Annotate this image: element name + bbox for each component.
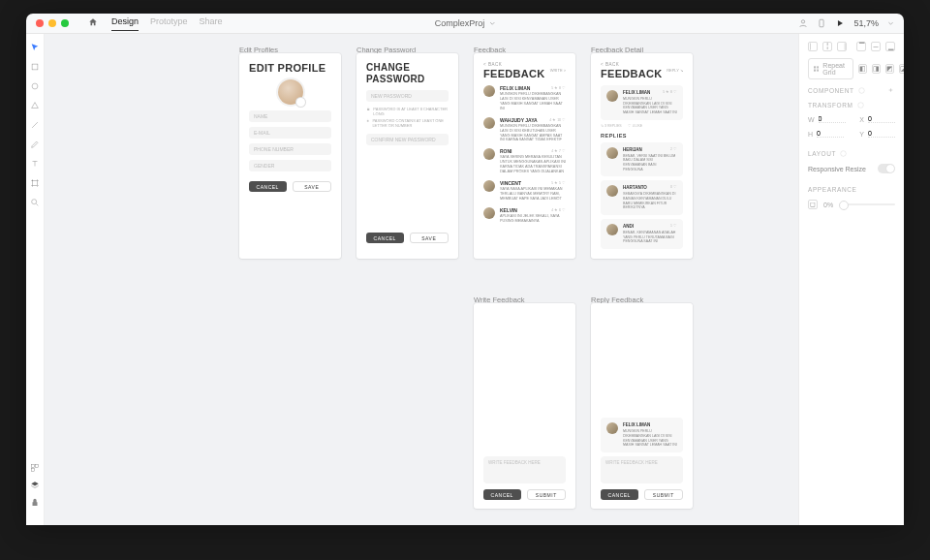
- rectangle-tool-icon[interactable]: [30, 62, 40, 72]
- svg-rect-10: [367, 120, 369, 121]
- back-link[interactable]: < BACK: [601, 62, 683, 67]
- reply-item[interactable]: HARTANTO0 ♡SEBAIKNYA DIKEMBANGKAN DI BAG…: [601, 180, 683, 215]
- canvas[interactable]: Edit Profiles EDIT PROFILE NAME E-MAIL P…: [45, 34, 798, 525]
- feedback-post[interactable]: WAHJUDY JAYA4 ★ 10 ♡MUNGKIN PERLU DIKEMB…: [483, 117, 566, 143]
- cancel-button[interactable]: CANCEL: [601, 489, 638, 500]
- hint-text: PASSWORD IS AT LEAST 8 CHARACTER LONG: [373, 107, 449, 116]
- phone-field[interactable]: PHONE NUMBER: [249, 143, 331, 155]
- write-link[interactable]: WRITE >: [550, 68, 566, 73]
- post-text: SAYA SERING MERASA KESULITAN UNTUK MENGG…: [500, 155, 566, 174]
- save-button[interactable]: SAVE: [293, 181, 332, 192]
- assets-icon[interactable]: [30, 463, 40, 473]
- tab-share[interactable]: Share: [200, 16, 223, 31]
- boolean-exclude-icon[interactable]: ◪: [899, 64, 904, 74]
- minimize-icon[interactable]: [48, 19, 56, 27]
- artboard-write-feedback[interactable]: WRITE FEEDBACK HERE CANCEL SUBMIT: [474, 303, 575, 509]
- align-top-icon[interactable]: ▔: [856, 42, 866, 51]
- close-icon[interactable]: [36, 19, 44, 27]
- info-icon[interactable]: [840, 150, 847, 157]
- reply-item[interactable]: ANDI1 ♡BENAR, KENYAMANAN ADALAH YANG PER…: [601, 219, 683, 249]
- boolean-intersect-icon[interactable]: ◩: [885, 64, 894, 74]
- tab-design[interactable]: Design: [111, 16, 139, 31]
- tab-prototype[interactable]: Prototype: [150, 16, 188, 31]
- feedback-post[interactable]: FELIX LIMAN5 ★ 8 ♡MUNGKIN PERLU DIKEMBAN…: [483, 85, 566, 111]
- align-center-h-icon[interactable]: ╎: [822, 42, 832, 51]
- artboard-edit-profile[interactable]: EDIT PROFILE NAME E-MAIL PHONE NUMBER GE…: [239, 53, 341, 259]
- submit-button[interactable]: SUBMIT: [527, 489, 567, 500]
- width-input[interactable]: [819, 115, 846, 123]
- reply-author: HERIJAN: [623, 147, 642, 152]
- align-bottom-icon[interactable]: ▁: [885, 42, 895, 51]
- chevron-down-icon[interactable]: [887, 20, 894, 27]
- save-button[interactable]: SAVE: [410, 233, 450, 243]
- cancel-button[interactable]: CANCEL: [483, 489, 521, 500]
- home-icon[interactable]: [88, 17, 98, 29]
- cancel-button[interactable]: CANCEL: [366, 233, 404, 243]
- select-tool-icon[interactable]: [30, 43, 40, 52]
- feedback-post[interactable]: VINCENT5 ★ 5 ♡SAYA RASA APLIKASI INI MEM…: [483, 180, 566, 202]
- x-input[interactable]: [868, 115, 895, 123]
- reply-textarea[interactable]: WRITE FEEDBACK HERE: [601, 456, 683, 483]
- artboard-feedback-detail[interactable]: < BACK FEEDBACK REPLY ↘ FELIX LIMAN5 ★ 8…: [591, 53, 693, 259]
- y-input[interactable]: [868, 130, 895, 138]
- project-title[interactable]: ComplexProj: [435, 18, 496, 28]
- artboard-change-password[interactable]: CHANGE PASSWORD NEW PASSWORD PASSWORD IS…: [356, 53, 458, 259]
- reply-text: BENAR, KENYAMANAN ADALAH YANG PERLU TERU…: [623, 231, 677, 244]
- gender-field[interactable]: GENDER: [249, 160, 331, 171]
- app-window: Design Prototype Share ComplexProj 51,7%: [26, 14, 904, 525]
- boolean-add-icon[interactable]: ◧: [858, 64, 867, 74]
- feedback-post[interactable]: RONI4 ★ 7 ♡SAYA SERING MERASA KESULITAN …: [483, 148, 566, 174]
- text-tool-icon[interactable]: [30, 159, 40, 169]
- page-title: FEEDBACK: [483, 68, 545, 79]
- post-meta: 4 ★ 6 ♡: [551, 207, 566, 213]
- cancel-button[interactable]: CANCEL: [249, 181, 287, 192]
- avatar-icon[interactable]: [798, 18, 808, 28]
- post-text: MUNGKIN PERLU DIKEMBANGKAN LAGI DI SISI …: [500, 92, 566, 111]
- add-icon[interactable]: ＋: [887, 86, 895, 95]
- polygon-tool-icon[interactable]: [30, 101, 40, 110]
- name-field[interactable]: NAME: [249, 110, 331, 122]
- page-title: CHANGE PASSWORD: [366, 62, 449, 84]
- mobile-icon[interactable]: [817, 18, 826, 28]
- submit-button[interactable]: SUBMIT: [644, 489, 684, 500]
- align-center-v-icon[interactable]: ─: [871, 42, 881, 51]
- email-field[interactable]: E-MAIL: [249, 127, 331, 139]
- responsive-toggle[interactable]: [878, 164, 895, 173]
- layers-icon[interactable]: [30, 481, 40, 490]
- zoom-tool-icon[interactable]: [30, 198, 40, 207]
- feedback-post[interactable]: KELVIN4 ★ 6 ♡APLIKASI INI JELEK SEKALI, …: [483, 207, 566, 224]
- artboard-feedback[interactable]: < BACK FEEDBACK WRITE > FELIX LIMAN5 ★ 8…: [474, 53, 575, 259]
- artboard-reply-feedback[interactable]: FELIX LIMAN MUNGKIN PERLU DIKEMBANGKAN L…: [591, 303, 693, 509]
- play-icon[interactable]: [835, 18, 845, 28]
- window-controls: [36, 19, 69, 27]
- reply-author: ANDI: [623, 224, 634, 229]
- confirm-password-field[interactable]: CONFIRM NEW PASSWORD: [366, 134, 449, 145]
- new-password-field[interactable]: NEW PASSWORD: [366, 90, 449, 102]
- feedback-textarea[interactable]: WRITE FEEDBACK HERE: [483, 456, 566, 483]
- plugins-icon[interactable]: [30, 498, 40, 508]
- artboard-tool-icon[interactable]: [30, 178, 40, 188]
- avatar: [483, 148, 495, 160]
- avatar[interactable]: [278, 79, 303, 105]
- titlebar-right: 51,7%: [798, 18, 894, 28]
- pen-tool-icon[interactable]: [30, 140, 40, 149]
- maximize-icon[interactable]: [61, 19, 69, 27]
- visibility-icon[interactable]: ◻: [808, 200, 818, 209]
- post-stats: ↳ 3 REPLIES♡ 4 LIKE: [601, 124, 683, 128]
- height-input[interactable]: [817, 130, 844, 138]
- reply-item[interactable]: HERIJAN2 ♡BENAR, VERSI SAAT INI BELUM BA…: [601, 142, 683, 177]
- post-meta: 4 ★ 10 ♡: [549, 117, 566, 123]
- align-left-icon[interactable]: ⎸: [808, 42, 818, 51]
- opacity-slider[interactable]: [839, 203, 895, 205]
- info-icon[interactable]: [857, 102, 864, 109]
- ellipse-tool-icon[interactable]: [30, 81, 40, 91]
- align-right-icon[interactable]: ⎹: [837, 42, 847, 51]
- reply-link[interactable]: REPLY ↘: [666, 68, 683, 73]
- line-tool-icon[interactable]: [30, 120, 40, 130]
- zoom-level[interactable]: 51,7%: [853, 18, 879, 28]
- info-icon[interactable]: [858, 87, 865, 94]
- repeat-grid-button[interactable]: Repeat Grid: [808, 58, 853, 79]
- svg-rect-2: [32, 64, 38, 70]
- boolean-subtract-icon[interactable]: ◨: [872, 64, 881, 74]
- back-link[interactable]: < BACK: [483, 62, 566, 67]
